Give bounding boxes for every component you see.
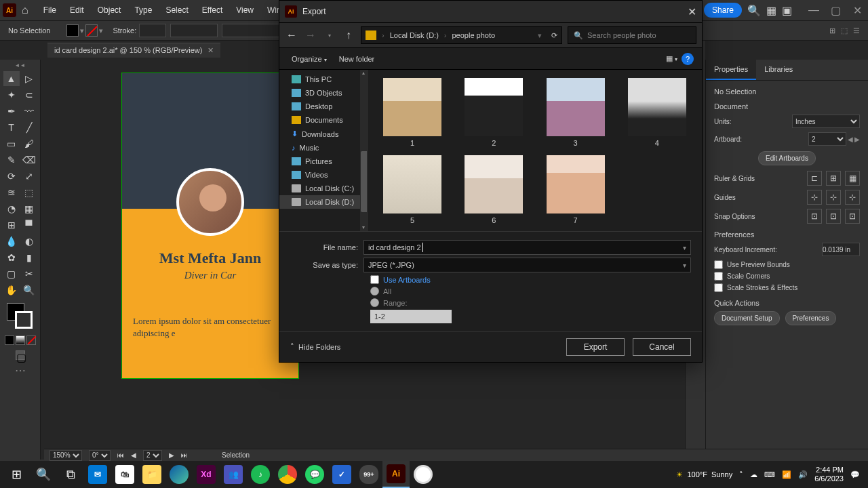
edit-artboards-button[interactable]: Edit Artboards <box>758 151 816 165</box>
start-button[interactable]: ⊞ <box>3 461 30 488</box>
align-icon[interactable]: ⊞ <box>829 26 835 35</box>
taskbar-mail[interactable]: ✉ <box>84 461 111 488</box>
symbol-tool[interactable]: ✿ <box>3 250 20 265</box>
free-transform-tool[interactable]: ⬚ <box>21 185 37 200</box>
type-tool[interactable]: T <box>3 120 20 135</box>
graph-tool[interactable]: ▮ <box>21 250 37 265</box>
shape-builder-tool[interactable]: ◔ <box>3 201 20 216</box>
brush-dropdown[interactable] <box>222 24 283 37</box>
taskbar-xd[interactable]: Xd <box>193 461 220 488</box>
taskbar-store[interactable]: 🛍 <box>111 461 138 488</box>
rotate-tool[interactable]: ⟳ <box>3 169 20 184</box>
zoom-tool[interactable]: 🔍 <box>21 283 37 298</box>
slice-tool[interactable]: ✂ <box>21 266 37 281</box>
tree-downloads[interactable]: ⬇Downloads <box>279 127 367 141</box>
search-icon[interactable]: 🔍 <box>747 4 761 17</box>
hand-tool[interactable]: ✋ <box>3 283 20 298</box>
tray-chevron-icon[interactable]: ˄ <box>739 470 743 479</box>
gradient-mode-icon[interactable] <box>16 336 25 345</box>
dialog-close-icon[interactable]: ✕ <box>688 5 696 18</box>
screen-mode-icon[interactable]: ▢ <box>16 350 25 360</box>
use-preview-bounds-checkbox[interactable] <box>714 260 723 269</box>
first-artboard-icon[interactable]: ⏮ <box>117 451 124 459</box>
up-icon[interactable]: ↑ <box>342 29 355 41</box>
file-thumb-4[interactable]: 4 <box>623 78 691 147</box>
workspace-icon[interactable]: ▣ <box>782 4 792 17</box>
stroke-profile-dropdown[interactable] <box>170 24 218 37</box>
breadcrumb[interactable]: › Local Disk (D:) › people photo ▾ ⟳ <box>361 26 562 44</box>
crumb-folder[interactable]: people photo <box>452 31 495 39</box>
zoom-dropdown[interactable]: 150% <box>50 450 82 461</box>
selection-tool[interactable]: ▲ <box>3 71 20 86</box>
cancel-button[interactable]: Cancel <box>633 338 691 356</box>
share-button[interactable]: Share <box>704 3 742 18</box>
file-thumb-2[interactable]: 2 <box>460 78 528 147</box>
close-tab-icon[interactable]: ✕ <box>208 46 214 55</box>
pen-tool[interactable]: ✒ <box>3 104 20 119</box>
taskbar-chrome[interactable] <box>274 461 301 488</box>
onedrive-icon[interactable]: ☁ <box>750 470 757 479</box>
wifi-icon[interactable]: 📶 <box>782 470 791 479</box>
magic-wand-tool[interactable]: ✦ <box>3 87 20 102</box>
brush-tool[interactable]: 🖌 <box>21 136 37 151</box>
none-mode-icon[interactable] <box>26 336 36 345</box>
close-window-button[interactable]: ✕ <box>849 4 865 17</box>
file-thumb-1[interactable]: 1 <box>378 78 446 147</box>
next-artboard-icon[interactable]: ▶ <box>854 136 860 143</box>
menu-effect[interactable]: Effect <box>197 3 228 18</box>
lock-guides-icon[interactable]: ⊹ <box>826 190 841 205</box>
taskbar-spotify[interactable]: ♪ <box>247 461 274 488</box>
taskbar-todo[interactable]: ✓ <box>328 461 355 488</box>
prev-artboard-icon[interactable]: ◀ <box>848 136 853 143</box>
last-artboard-icon[interactable]: ⏭ <box>181 451 188 459</box>
fill-stroke-control[interactable] <box>7 303 34 330</box>
tree-3d-objects[interactable]: 3D Objects <box>279 86 367 100</box>
artboard-dropdown[interactable]: 2 <box>808 132 846 146</box>
task-view-icon[interactable]: ⧉ <box>57 461 84 488</box>
clock[interactable]: 2:44 PM 6/6/2023 <box>814 466 844 483</box>
volume-icon[interactable]: 🔊 <box>798 470 808 479</box>
rotate-dropdown[interactable]: 0° <box>89 450 111 461</box>
eyedropper-tool[interactable]: 💧 <box>3 234 20 249</box>
doc-tab[interactable]: id card design 2.ai* @ 150 % (RGB/Previe… <box>47 43 220 58</box>
curvature-tool[interactable]: 〰 <box>21 104 37 119</box>
back-icon[interactable]: ← <box>285 29 298 41</box>
next-artboard-nav-icon[interactable]: ▶ <box>169 451 174 459</box>
ruler-icon[interactable]: ⊏ <box>807 171 822 186</box>
perspective-tool[interactable]: ▦ <box>21 201 37 216</box>
help-icon[interactable]: ? <box>682 53 694 65</box>
stroke-swatch[interactable] <box>85 24 98 37</box>
tree-drive-c[interactable]: Local Disk (C:) <box>279 182 367 195</box>
stroke-weight-input[interactable] <box>139 24 166 37</box>
home-icon[interactable]: ⌂ <box>22 4 28 16</box>
taskbar-whatsapp[interactable]: 💬 <box>301 461 328 488</box>
document-setup-button[interactable]: Document Setup <box>714 311 780 325</box>
file-thumb-5[interactable]: 5 <box>378 155 446 224</box>
new-folder-button[interactable]: New folder <box>335 52 379 66</box>
snap-grid-icon[interactable]: ⊡ <box>826 209 841 224</box>
preferences-button[interactable]: Preferences <box>785 311 837 325</box>
tree-drive-d[interactable]: Local Disk (D:) <box>279 195 367 209</box>
scale-tool[interactable]: ⤢ <box>21 169 37 184</box>
weather-widget[interactable]: ☀ 100°F Sunny <box>676 470 732 479</box>
direct-selection-tool[interactable]: ▷ <box>21 71 37 86</box>
eraser-tool[interactable]: ⌫ <box>21 152 37 167</box>
menu-object[interactable]: Object <box>92 3 127 18</box>
use-artboards-checkbox[interactable] <box>370 275 379 284</box>
menu-select[interactable]: Select <box>160 3 193 18</box>
line-tool[interactable]: ╱ <box>21 120 37 135</box>
menu-type[interactable]: Type <box>129 3 157 18</box>
color-mode-icon[interactable] <box>5 336 14 345</box>
taskbar-illustrator[interactable]: Ai <box>382 461 410 488</box>
width-tool[interactable]: ≋ <box>3 185 20 200</box>
lasso-tool[interactable]: ⊂ <box>21 87 37 102</box>
view-mode-icon[interactable]: ▦ ▾ <box>666 54 677 63</box>
save-type-dropdown[interactable]: JPEG (*.JPG)▾ <box>363 258 691 272</box>
tree-documents[interactable]: Documents <box>279 113 367 127</box>
taskbar-badge[interactable]: 99+ <box>355 461 382 488</box>
units-dropdown[interactable]: Inches <box>792 115 860 128</box>
file-thumb-3[interactable]: 3 <box>542 78 610 147</box>
taskbar-teams[interactable]: 👥 <box>220 461 247 488</box>
snap-pixel-icon[interactable]: ⊡ <box>845 209 860 224</box>
shaper-tool[interactable]: ✎ <box>3 152 20 167</box>
